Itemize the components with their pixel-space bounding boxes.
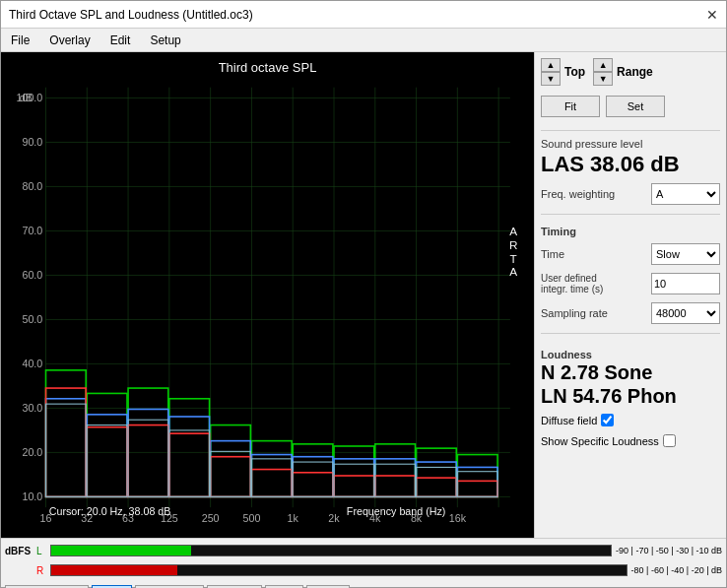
svg-text:70.0: 70.0: [22, 225, 42, 236]
svg-text:16k: 16k: [449, 512, 467, 524]
fit-button[interactable]: Fit: [541, 96, 600, 117]
dbfs-row-r: R -80 | -60 | -40 | -20 | dB: [5, 560, 722, 580]
range-ctrl-pair: ▲ ▼ Range: [593, 58, 653, 86]
divider-1: [541, 130, 720, 131]
range-down-button[interactable]: ▼: [593, 72, 613, 86]
loudness-value-line2: LN 54.76 Phon: [541, 384, 720, 408]
svg-text:Cursor:  20.0 Hz, 38.08 dB: Cursor: 20.0 Hz, 38.08 dB: [49, 505, 171, 517]
svg-text:2k: 2k: [328, 512, 340, 524]
time-select[interactable]: Fast Slow Impulse Leq: [651, 243, 720, 265]
chart-title: Third octave SPL: [9, 60, 526, 75]
svg-text:A: A: [509, 265, 517, 278]
chart-area: Third octave SPL: [1, 52, 534, 538]
svg-text:dB: dB: [20, 92, 33, 103]
spl-value: LAS 38.06 dB: [541, 152, 720, 177]
main-window: Third Octave SPL and Loudness (Untitled.…: [0, 0, 727, 588]
diffuse-field-label: Diffuse field: [541, 415, 597, 426]
dbfs-bar-l: [50, 545, 612, 556]
loudness-section: Loudness N 2.78 Sone LN 54.76 Phon: [541, 345, 720, 408]
diffuse-field-row: Diffuse field: [541, 414, 720, 426]
dbfs-fill-l: [51, 546, 191, 555]
top-arrows: ▲ ▼: [541, 58, 561, 86]
svg-text:1k: 1k: [288, 512, 299, 524]
title-bar: Third Octave SPL and Loudness (Untitled.…: [1, 1, 726, 29]
dbfs-label-l: dBFS: [5, 546, 33, 556]
loudness-section-label: Loudness: [541, 349, 720, 360]
channel-r-label: R: [36, 565, 46, 576]
action-buttons: Record/Reset Stop Pink Noise Overlay B/W…: [1, 582, 726, 588]
show-specific-row: Show Specific Loudness: [541, 434, 720, 447]
menu-edit[interactable]: Edit: [104, 32, 137, 49]
user-defined-row: User definedintegr. time (s) 10: [541, 273, 720, 294]
chart-svg: 100.0 90.0 80.0 70.0 60.0 50.0 40.0 30.0…: [9, 77, 526, 531]
spl-section: Sound pressure level LAS 38.06 dB: [541, 138, 720, 177]
svg-text:R: R: [509, 238, 518, 251]
diffuse-field-checkbox[interactable]: [601, 414, 614, 426]
menu-setup[interactable]: Setup: [144, 32, 186, 49]
svg-text:60.0: 60.0: [22, 269, 42, 281]
svg-text:A: A: [509, 225, 517, 237]
dbfs-container: dBFS L -90 | -70 | -50 | -30 | -10 dB R …: [1, 539, 726, 582]
window-title: Third Octave SPL and Loudness (Untitled.…: [9, 8, 253, 22]
top-controls: ▲ ▼ Top ▲ ▼ Range: [541, 58, 720, 86]
dbfs-bar-r: [50, 564, 628, 576]
divider-3: [541, 333, 720, 334]
sampling-rate-label: Sampling rate: [541, 307, 608, 319]
divider-2: [541, 214, 720, 215]
dbfs-scale-l: -90 | -70 | -50 | -30 | -10 dB: [616, 546, 722, 555]
dbfs-fill-r: [51, 565, 177, 575]
freq-weighting-row: Freq. weighting A C Z: [541, 183, 720, 205]
show-specific-label: Show Specific Loudness: [541, 435, 659, 447]
svg-text:80.0: 80.0: [22, 180, 42, 192]
menu-file[interactable]: File: [5, 32, 35, 49]
range-label: Range: [617, 65, 653, 79]
top-label: Top: [564, 65, 585, 79]
menu-overlay[interactable]: Overlay: [43, 32, 96, 49]
svg-text:250: 250: [202, 512, 220, 524]
channel-l-label: L: [36, 546, 46, 556]
svg-text:Frequency band (Hz): Frequency band (Hz): [347, 505, 446, 517]
range-arrows: ▲ ▼: [593, 58, 613, 86]
freq-weighting-select[interactable]: A C Z: [651, 183, 720, 205]
set-button[interactable]: Set: [606, 96, 665, 117]
time-row: Time Fast Slow Impulse Leq: [541, 243, 720, 265]
svg-text:500: 500: [242, 512, 260, 524]
sidebar: ▲ ▼ Top ▲ ▼ Range Fit Set: [534, 52, 726, 538]
svg-text:50.0: 50.0: [22, 313, 42, 325]
svg-text:90.0: 90.0: [22, 136, 42, 148]
svg-text:10.0: 10.0: [22, 490, 42, 502]
dbfs-scale-r: -80 | -60 | -40 | -20 | dB: [631, 565, 722, 575]
menu-bar: File Overlay Edit Setup: [1, 29, 726, 52]
sampling-rate-select[interactable]: 44100 48000 96000: [651, 302, 720, 324]
top-down-button[interactable]: ▼: [541, 72, 561, 86]
show-specific-checkbox[interactable]: [663, 434, 676, 447]
user-defined-input[interactable]: 10: [651, 273, 720, 294]
bottom-bar: dBFS L -90 | -70 | -50 | -30 | -10 dB R …: [1, 538, 726, 587]
time-label: Time: [541, 248, 564, 260]
fit-set-row: Fit Set: [541, 96, 720, 117]
timing-section-label: Timing: [541, 226, 720, 237]
spl-label: Sound pressure level: [541, 138, 720, 150]
svg-text:30.0: 30.0: [22, 402, 42, 414]
main-content: Third octave SPL: [1, 52, 726, 538]
loudness-value-line1: N 2.78 Sone: [541, 360, 720, 384]
user-defined-label: User definedintegr. time (s): [541, 273, 603, 294]
svg-text:T: T: [510, 252, 517, 265]
range-up-button[interactable]: ▲: [593, 58, 613, 72]
sampling-rate-row: Sampling rate 44100 48000 96000: [541, 302, 720, 324]
freq-weighting-label: Freq. weighting: [541, 188, 615, 200]
dbfs-row-l: dBFS L -90 | -70 | -50 | -30 | -10 dB: [5, 541, 722, 560]
top-ctrl-pair: ▲ ▼ Top: [541, 58, 585, 86]
top-up-button[interactable]: ▲: [541, 58, 561, 72]
svg-text:40.0: 40.0: [22, 358, 42, 369]
svg-text:20.0: 20.0: [22, 446, 42, 458]
close-button[interactable]: ✕: [706, 7, 718, 23]
